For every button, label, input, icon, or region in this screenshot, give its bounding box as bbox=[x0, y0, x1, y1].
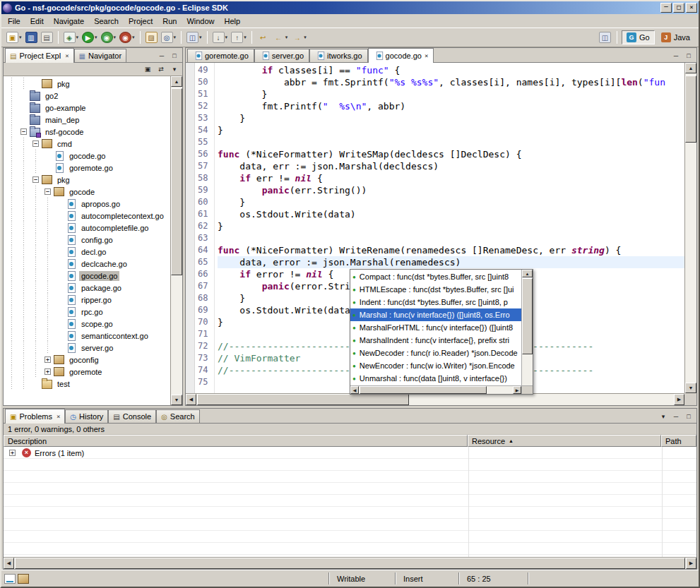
dropdown-arrow-icon[interactable]: ▾ bbox=[76, 35, 79, 40]
problems-row[interactable]: +×Errors (1 item) bbox=[4, 447, 696, 459]
open-type-button[interactable]: ▨ bbox=[144, 30, 159, 44]
tree-item-goremote[interactable]: +goremote bbox=[4, 366, 170, 378]
autocomplete-item[interactable]: ●MarshalIndent : func(v interface{}, pre… bbox=[350, 334, 521, 347]
open-perspective-button[interactable]: ◫ bbox=[598, 30, 612, 44]
dropdown-arrow-icon[interactable]: ▾ bbox=[132, 35, 135, 40]
autocomplete-list[interactable]: ●Compact : func(dst *bytes.Buffer, src [… bbox=[350, 270, 521, 385]
minimize-view-icon[interactable]: ─ bbox=[157, 51, 167, 60]
problems-hscrollbar[interactable]: ◀ ▶ bbox=[4, 557, 696, 569]
project-tree[interactable]: pkggo2go-examplemain_dep−nsf-gocode−cmdg… bbox=[4, 76, 170, 405]
view-menu-icon[interactable]: ▾ bbox=[658, 412, 668, 421]
tree-item-gocode[interactable]: −gocode bbox=[4, 186, 170, 198]
expander-icon[interactable]: + bbox=[42, 366, 54, 378]
close-icon[interactable]: × bbox=[425, 52, 428, 59]
autocomplete-item[interactable]: ●NewEncoder : func(w io.Writer) *json.En… bbox=[350, 359, 521, 372]
tree-item-package.go[interactable]: package.go bbox=[4, 282, 170, 294]
close-icon[interactable]: × bbox=[57, 413, 60, 420]
next-annotation-button[interactable]: ↓▾ bbox=[211, 30, 230, 44]
maximize-view-icon[interactable]: □ bbox=[684, 412, 694, 421]
autocomplete-item[interactable]: ●Compact : func(dst *bytes.Buffer, src [… bbox=[350, 270, 521, 283]
print-button[interactable]: ▤ bbox=[40, 30, 54, 44]
tree-item-autocompletefile.go[interactable]: autocompletefile.go bbox=[4, 222, 170, 234]
tree-item-decl.go[interactable]: decl.go bbox=[4, 246, 170, 258]
dropdown-arrow-icon[interactable]: ▾ bbox=[95, 35, 97, 40]
window-maximize-button[interactable]: □ bbox=[673, 3, 684, 13]
column-header-path[interactable]: Path bbox=[661, 435, 696, 447]
expander-icon[interactable]: − bbox=[18, 126, 30, 138]
column-header-description[interactable]: Description bbox=[4, 435, 468, 447]
maximize-view-icon[interactable]: □ bbox=[170, 51, 179, 60]
editor-vscrollbar[interactable]: ▲ ▼ bbox=[684, 63, 696, 393]
close-icon[interactable]: × bbox=[65, 52, 69, 59]
scroll-thumb[interactable] bbox=[171, 88, 182, 275]
tree-item-apropos.go[interactable]: apropos.go bbox=[4, 198, 170, 210]
problems-tab-console[interactable]: ▤Console bbox=[108, 409, 156, 423]
tree-item-declcache.go[interactable]: declcache.go bbox=[4, 258, 170, 270]
window-minimize-button[interactable]: ─ bbox=[660, 3, 672, 13]
tree-item-goremote.go[interactable]: goremote.go bbox=[4, 162, 170, 174]
open-perspective-toolbar-button[interactable]: ◫▾ bbox=[185, 30, 203, 44]
menu-run[interactable]: Run bbox=[158, 16, 182, 27]
tree-item-gocode.go[interactable]: gocode.go bbox=[4, 150, 170, 162]
scroll-thumb[interactable] bbox=[522, 278, 533, 354]
search-button[interactable]: ◎▾ bbox=[160, 30, 178, 44]
tree-item-rpc.go[interactable]: rpc.go bbox=[4, 306, 170, 318]
menu-edit[interactable]: Edit bbox=[25, 16, 49, 27]
fast-view-icon[interactable] bbox=[4, 574, 16, 584]
autocomplete-item[interactable]: ●HTMLEscape : func(dst *bytes.Buffer, sr… bbox=[350, 283, 521, 296]
dropdown-arrow-icon[interactable]: ▾ bbox=[304, 35, 307, 40]
tree-item-cmd[interactable]: −cmd bbox=[4, 138, 170, 150]
tree-item-main_dep[interactable]: main_dep bbox=[4, 114, 170, 126]
expander-icon[interactable]: − bbox=[30, 138, 42, 150]
window-close-button[interactable]: × bbox=[686, 3, 697, 13]
popup-vscrollbar[interactable]: ▲ ▼ bbox=[521, 270, 533, 385]
dropdown-arrow-icon[interactable]: ▾ bbox=[225, 35, 228, 40]
dropdown-arrow-icon[interactable]: ▾ bbox=[244, 35, 247, 40]
scroll-thumb[interactable] bbox=[685, 76, 696, 143]
scroll-right-icon[interactable]: ▶ bbox=[674, 394, 684, 405]
tree-item-nsf-gocode[interactable]: −nsf-gocode bbox=[4, 126, 170, 138]
expander-icon[interactable]: + bbox=[6, 447, 18, 459]
collapse-all-button[interactable]: ▣ bbox=[143, 65, 153, 74]
autocomplete-item[interactable]: ●Unmarshal : func(data []uint8, v interf… bbox=[350, 372, 521, 385]
new-wizard-button[interactable]: ▣▾ bbox=[5, 30, 23, 44]
problems-tab-search[interactable]: ◎Search bbox=[156, 409, 200, 423]
popup-hscrollbar[interactable]: ◀ ▶ bbox=[350, 385, 521, 394]
autocomplete-item[interactable]: ●MarshalForHTML : func(v interface{}) ([… bbox=[350, 321, 521, 334]
tree-item-go-example[interactable]: go-example bbox=[4, 102, 170, 114]
explorer-scrollbar[interactable]: ▲ ▼ bbox=[170, 76, 182, 405]
perspective-java-button[interactable]: JJava bbox=[656, 30, 695, 44]
last-edit-location-button[interactable]: ↩ bbox=[256, 30, 271, 44]
explorer-tab-project-expl[interactable]: ▤Project Expl× bbox=[5, 48, 74, 63]
dropdown-arrow-icon[interactable]: ▾ bbox=[199, 35, 202, 40]
scroll-down-icon[interactable]: ▼ bbox=[171, 395, 182, 405]
run-button[interactable]: ▶▾ bbox=[81, 30, 99, 44]
minimize-view-icon[interactable]: ─ bbox=[671, 51, 681, 60]
column-header-resource[interactable]: Resource▲ bbox=[468, 435, 661, 447]
menu-project[interactable]: Project bbox=[124, 16, 158, 27]
scroll-left-icon[interactable]: ◀ bbox=[4, 558, 14, 569]
tree-item-autocompletecontext.go[interactable]: autocompletecontext.go bbox=[4, 210, 170, 222]
scroll-up-icon[interactable]: ▲ bbox=[685, 63, 696, 73]
tree-item-gocode.go[interactable]: gocode.go bbox=[4, 270, 170, 282]
expander-icon[interactable]: − bbox=[30, 174, 42, 186]
task-icon[interactable] bbox=[18, 574, 29, 584]
tree-item-server.go[interactable]: server.go bbox=[4, 342, 170, 354]
save-button[interactable]: ▥ bbox=[24, 30, 39, 44]
scroll-left-icon[interactable]: ◀ bbox=[186, 394, 196, 405]
tree-item-pkg[interactable]: pkg bbox=[4, 78, 170, 90]
scroll-down-icon[interactable]: ▼ bbox=[685, 383, 696, 393]
tree-item-test[interactable]: test bbox=[4, 378, 170, 390]
autocomplete-item[interactable]: ●Marshal : func(v interface{}) ([]uint8,… bbox=[350, 308, 521, 321]
problems-tab-history[interactable]: ◷History bbox=[65, 409, 108, 423]
autocomplete-item[interactable]: ●NewDecoder : func(r io.Reader) *json.De… bbox=[350, 347, 521, 359]
link-with-editor-button[interactable]: ⇄ bbox=[156, 65, 166, 74]
expander-icon[interactable]: + bbox=[42, 354, 54, 366]
dropdown-arrow-icon[interactable]: ▾ bbox=[114, 35, 117, 40]
tree-item-config.go[interactable]: config.go bbox=[4, 234, 170, 246]
scroll-thumb[interactable] bbox=[15, 558, 685, 569]
scroll-left-icon[interactable]: ◀ bbox=[350, 386, 359, 394]
explorer-tab-navigator[interactable]: ▦Navigator bbox=[74, 49, 127, 62]
scroll-thumb[interactable] bbox=[360, 386, 487, 394]
titlebar[interactable]: Go - nsf-gocode/src/pkg/gocode/gocode.go… bbox=[1, 1, 699, 14]
